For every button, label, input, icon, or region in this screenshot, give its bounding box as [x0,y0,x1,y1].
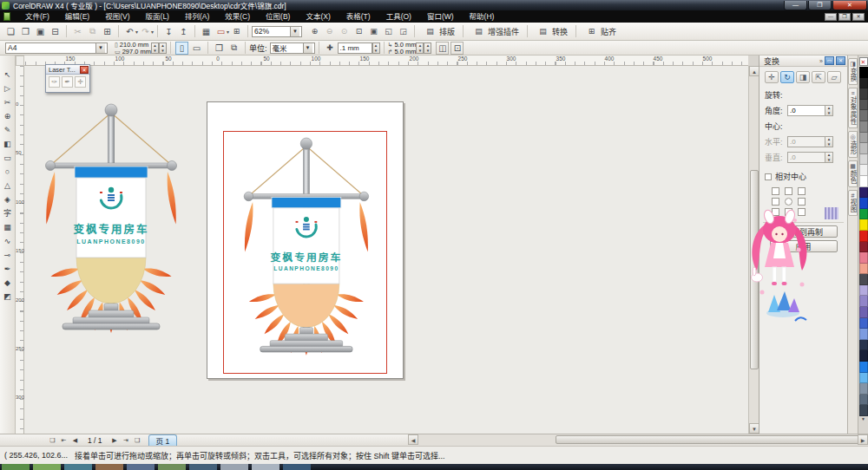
toolbox-tool[interactable]: ◆ [1,276,15,289]
toolbox-tool[interactable]: ⊸ [1,248,15,261]
doc-close-button[interactable]: ✕ [852,13,865,21]
taskbar-thumbnail[interactable] [64,464,92,470]
doc-restore-button[interactable]: ❐ [838,13,851,21]
duplicate-spinner-2[interactable]: ▲▼ [424,42,431,54]
docker-collapse-icon[interactable]: » [819,58,823,64]
menu-item[interactable]: 编辑(E) [57,10,97,23]
import-icon[interactable]: ↧ [162,25,175,38]
duplicate-spinner[interactable]: ▲▼ [416,42,424,54]
docker-minimize-icon[interactable]: ▭ [825,56,834,65]
open-icon[interactable]: ❐ [19,25,32,38]
menu-item[interactable]: 表格(T) [339,10,378,23]
ruler-origin-corner[interactable] [16,55,24,66]
paper-size-spinner-2[interactable]: ▲▼ [159,42,167,54]
color-swatch[interactable] [859,362,868,373]
application-launcher-icon[interactable]: ▦ [200,25,213,38]
toolbox-tool[interactable]: ↖ [1,68,15,81]
paste-icon[interactable]: ⊞ [101,25,114,38]
no-color-swatch[interactable]: ✕ [859,57,868,66]
center-h-spinner[interactable]: ▲▼ [825,136,833,147]
relative-center-checkbox[interactable] [765,173,772,180]
horizontal-ruler[interactable]: 15010050050100150200250300350400450500 [16,55,748,66]
toolbox-tool[interactable]: ◈ [1,193,15,206]
menu-item[interactable]: 位图(B) [258,10,298,23]
scroll-left-icon[interactable]: ◀ [408,434,418,445]
color-swatch[interactable] [859,187,868,199]
export-icon[interactable]: ↥ [177,25,190,38]
windows-taskbar[interactable] [0,464,868,470]
toolbox-tool[interactable]: ▦ [1,220,15,233]
redo-icon[interactable]: ↷ [139,25,152,38]
menu-item[interactable]: 帮助(H) [462,10,503,23]
page-options-icon[interactable]: ❏ [132,437,143,444]
taskbar-thumbnail[interactable] [252,464,279,470]
graphic-properties-icon[interactable]: ⊡ [450,42,464,55]
landscape-icon[interactable]: ▭ [190,42,203,55]
taskbar-thumbnail[interactable] [2,464,30,470]
zoom-all-objects-icon[interactable]: ⊡ [352,25,365,38]
convert-button[interactable]: ▤ 转换 [531,24,572,38]
menu-item[interactable]: 文件(F) [17,10,57,23]
menu-item[interactable]: 版面(L) [138,10,177,23]
page-tab[interactable]: 页 1 [148,434,178,446]
horizontal-scrollbar[interactable]: ◀ ▶ [408,434,868,445]
scroll-right-icon[interactable]: ▶ [858,434,868,445]
taskbar-thumbnail[interactable] [33,464,61,470]
duplicate-h-value[interactable]: 5.0 mm [394,42,416,48]
portrait-icon[interactable]: ▯ [175,42,188,55]
paper-height-value[interactable]: 297.0 mm [122,49,151,55]
color-swatch[interactable] [859,100,868,111]
pennant-left[interactable] [23,87,196,347]
new-document-icon[interactable]: ❏ [4,25,17,38]
angle-spinner[interactable]: ▲▼ [825,105,833,116]
color-swatch[interactable] [859,383,868,395]
toolbox-tool[interactable]: ⊕ [1,109,15,122]
toolbox-tool[interactable]: △ [1,179,15,192]
snap-button[interactable]: ⊞ 贴齐 [580,24,621,38]
last-page-icon[interactable]: ⇥ [121,437,132,444]
color-swatch[interactable] [859,350,868,362]
copy-icon[interactable]: ⧉ [86,25,99,38]
cut-icon[interactable]: ✂ [71,25,84,38]
treat-as-filled-icon[interactable]: ◫ [436,42,449,55]
next-page-icon[interactable]: ▶ [109,437,121,444]
laser-tool-icon-3[interactable]: ✛ [75,76,86,88]
zoom-level-combo[interactable]: 62% ▼ [252,26,302,37]
color-swatch[interactable] [859,242,868,253]
color-swatch[interactable] [859,133,868,144]
duplicate-v-value[interactable]: 5.0 mm [394,49,416,55]
color-swatch[interactable] [859,176,868,187]
transform-scale-tab[interactable]: ◨ [796,71,810,83]
color-swatch[interactable] [859,329,868,340]
taskbar-thumbnail[interactable] [220,464,248,470]
chevron-down-icon[interactable]: ▼ [95,43,105,53]
docker-tab[interactable]: ◎ 造形 [848,131,858,158]
zoom-page-icon[interactable]: ▣ [367,25,380,38]
color-swatch[interactable] [859,121,868,133]
taskbar-thumbnail[interactable] [189,464,217,470]
toolbox-tool[interactable]: ✒ [1,262,15,275]
palette-scroll-down-icon[interactable]: ▼ [859,416,868,423]
toolbox-tool[interactable]: ▭ [1,151,15,164]
color-swatch[interactable] [859,67,868,78]
color-swatch[interactable] [859,307,868,318]
toolbox-tool[interactable]: 字 [1,206,15,219]
add-page-icon[interactable]: ❏ [47,437,58,444]
display-mode-icon[interactable]: ▭ [214,25,227,38]
paper-width-value[interactable]: 210.0 mm [120,42,148,48]
docker-close-icon[interactable]: ✕ [836,56,845,65]
menu-item[interactable]: 窗口(W) [419,10,462,23]
nudge-spinner[interactable]: ▲▼ [372,42,380,54]
doc-minimize-button[interactable]: — [825,13,837,21]
horizontal-scroll-thumb[interactable] [556,435,859,444]
docker-tab[interactable]: # 视图 [848,190,858,216]
color-swatch[interactable] [859,219,868,231]
transform-skew-tab[interactable]: ▱ [827,71,841,83]
current-page-icon[interactable]: ⧉ [227,42,240,55]
menu-item[interactable]: 视图(V) [97,10,137,23]
transform-size-tab[interactable]: ⇱ [812,71,825,83]
color-swatch[interactable] [859,274,868,285]
angle-input[interactable] [787,105,825,116]
center-v-input[interactable] [787,152,825,163]
menu-item[interactable]: 工具(O) [378,10,419,23]
